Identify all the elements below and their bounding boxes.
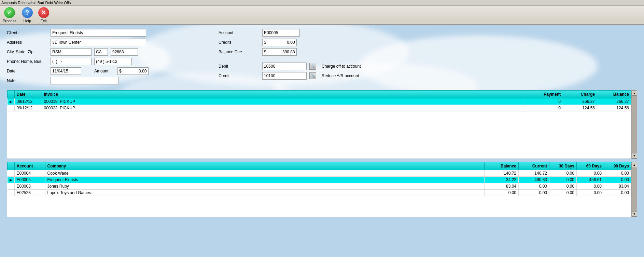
exit-label: Exit (41, 19, 47, 23)
account-input[interactable] (262, 29, 300, 37)
account-table: Account Company Balance Current 30 Days … (7, 162, 631, 196)
invoice-scroll-thumb[interactable] (632, 96, 637, 153)
account-table-row[interactable]: E00003 Jones Ruby 83.04 0.00 0.00 0.00 8… (8, 183, 631, 190)
exit-button[interactable]: ✕ Exit (38, 7, 49, 23)
invoice-date-cell: 09/12/12 (14, 105, 42, 111)
account-balance-header: Balance (485, 162, 519, 170)
invoice-payment-header: Payment (522, 91, 563, 98)
credits-field: $ (262, 39, 297, 46)
debit-row: Debit 🔍 Charge off to account (219, 63, 410, 70)
account-90days-header: 90 Days (604, 162, 631, 170)
row-arrow (8, 105, 15, 111)
invoice-payment-cell: 0 (522, 105, 563, 111)
account-90days-cell: 0.00 (604, 177, 631, 183)
account-table-row[interactable]: ▶ E00005 Frequent Florists 34.22 490.83 … (8, 177, 631, 183)
credit-input[interactable] (262, 72, 307, 80)
invoice-scrollbar[interactable]: ▲ ▼ (631, 90, 637, 159)
account-current-cell: 140.72 (519, 170, 549, 177)
phone-bus-input[interactable] (94, 58, 132, 65)
invoice-table-container: Date Invoice Payment Charge Balance ▶ 09… (7, 90, 637, 159)
client-row: Client (7, 29, 198, 37)
account-60days-cell: 0.00 (577, 183, 604, 190)
debit-search-button[interactable]: 🔍 (309, 63, 316, 70)
account-current-header: Current (519, 162, 549, 170)
account-account-cell: E00003 (14, 183, 45, 190)
invoice-table: Date Invoice Payment Charge Balance ▶ 09… (7, 90, 631, 111)
row-arrow: ▶ (8, 177, 15, 183)
date-amount-row: Date Amount $ (7, 67, 198, 75)
address-input[interactable] (51, 39, 146, 46)
credit-row: Credit 🔍 Reduce A/R account (219, 72, 410, 80)
invoice-scroll-down[interactable]: ▼ (632, 153, 637, 159)
credits-label: Credits (219, 40, 260, 45)
invoice-scroll-up[interactable]: ▲ (632, 90, 637, 96)
help-button[interactable]: ? Help (22, 7, 33, 23)
invoice-table-row[interactable]: ▶ 09/12/12 000019: PICKUP 0 266.27 266.2… (8, 98, 631, 105)
account-60days-cell: 0.00 (577, 190, 604, 196)
account-company-cell: Frequent Florists (45, 177, 485, 183)
account-current-cell: 0.00 (519, 190, 549, 196)
title-bar: Accounts Receivable Bad Debt Write Offs (0, 0, 644, 6)
account-90days-cell: 83.04 (604, 183, 631, 190)
account-label: Account (219, 30, 260, 35)
invoice-invoice-cell: 000019: PICKUP (42, 98, 522, 105)
balance-due-row: Balance Due $ (219, 48, 410, 56)
address-label: Address (7, 40, 48, 45)
process-button[interactable]: ✓ Process (3, 7, 16, 23)
account-90days-cell: 0.00 (604, 190, 631, 196)
balance-due-label: Balance Due (219, 50, 260, 54)
account-scrollbar[interactable]: ▲ ▼ (631, 162, 637, 217)
address-row: Address (7, 39, 198, 46)
row-arrow (8, 190, 15, 196)
debit-label: Debit (219, 64, 260, 69)
account-scroll-thumb[interactable] (632, 168, 637, 211)
balance-due-dollar: $ (264, 50, 266, 54)
invoice-table-row[interactable]: 09/12/12 000023: PICKUP 0 124.56 124.56 (8, 105, 631, 111)
note-input[interactable] (51, 77, 119, 84)
account-account-cell: E00005 (14, 177, 45, 183)
credit-search-button[interactable]: 🔍 (309, 72, 316, 79)
invoice-payment-cell: 0 (522, 98, 563, 105)
account-scroll-down[interactable]: ▼ (632, 211, 637, 217)
invoice-date-header: Date (14, 91, 42, 98)
account-account-cell: E02523 (14, 190, 45, 196)
account-table-row[interactable]: E00004 Cook Wade 140.72 140.72 0.00 0.00… (8, 170, 631, 177)
account-table-row[interactable]: E02523 Lupe's Toys and Games 0.00 0.00 0… (8, 190, 631, 196)
zip-input[interactable] (111, 48, 138, 56)
date-input[interactable] (51, 67, 81, 75)
account-60days-cell: 0.00 (577, 170, 604, 177)
client-input[interactable] (51, 29, 146, 37)
right-form-col: Account Credits $ Balance Due $ (219, 29, 410, 86)
balance-due-input[interactable] (268, 50, 295, 54)
account-company-cell: Lupe's Toys and Games (45, 190, 485, 196)
invoice-charge-cell: 266.27 (563, 98, 597, 105)
invoice-invoice-header: Invoice (42, 91, 522, 98)
account-balance-cell: 140.72 (485, 170, 519, 177)
credits-dollar: $ (264, 40, 266, 45)
title-text: Accounts Receivable Bad Debt Write Offs (1, 1, 71, 5)
account-scroll-up[interactable]: ▲ (632, 162, 637, 167)
client-label: Client (7, 30, 48, 35)
help-icon: ? (22, 7, 33, 18)
amount-input[interactable] (123, 69, 147, 73)
main-content: Client Address City, State, Zip Phone: H… (0, 25, 644, 257)
account-current-cell: 490.83 (519, 177, 549, 183)
exit-icon: ✕ (38, 7, 49, 18)
row-arrow (8, 170, 15, 177)
city-state-zip-label: City, State, Zip (7, 50, 48, 54)
reduce-ar-label: Reduce A/R account (322, 73, 359, 78)
phone-home-input[interactable] (51, 58, 92, 65)
credits-row: Credits $ (219, 39, 410, 46)
invoice-charge-cell: 124.56 (563, 105, 597, 111)
account-30days-header: 30 Days (549, 162, 577, 170)
note-row: Note (7, 77, 198, 84)
debit-input[interactable] (262, 63, 307, 70)
state-input[interactable] (94, 48, 108, 56)
city-input[interactable] (51, 48, 92, 56)
invoice-date-cell: 09/12/12 (14, 98, 42, 105)
invoice-balance-header: Balance (597, 91, 631, 98)
phone-row: Phone: Home, Bus. (7, 58, 198, 65)
credits-input[interactable] (268, 40, 295, 45)
city-state-zip-row: City, State, Zip (7, 48, 198, 56)
amount-field: $ (117, 67, 149, 75)
